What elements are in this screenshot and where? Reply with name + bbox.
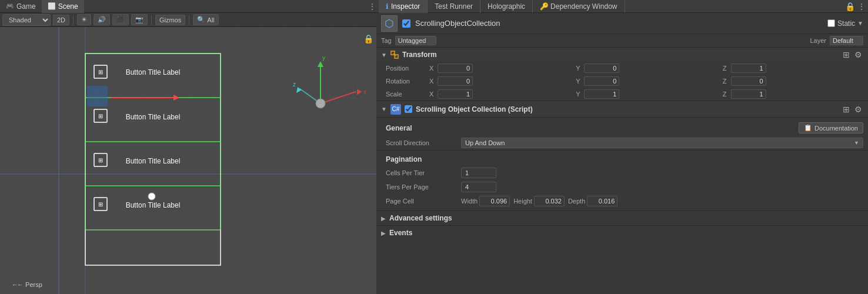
- events-row[interactable]: ▶ Events: [376, 225, 868, 240]
- cells-per-tier-row: Cells Per Tier: [376, 166, 868, 180]
- position-y-input[interactable]: [584, 64, 619, 73]
- rotation-z-input[interactable]: [731, 76, 766, 86]
- object-active-checkbox[interactable]: [402, 19, 410, 28]
- more-tab-icon[interactable]: ⋮: [857, 2, 866, 11]
- advanced-collapse-arrow: ▶: [381, 215, 386, 222]
- transform-snap-btn[interactable]: ⊞: [842, 50, 851, 59]
- pagination-label: Pagination: [386, 155, 422, 163]
- audio-button[interactable]: 🔊: [94, 14, 110, 25]
- rotation-y-input[interactable]: [584, 76, 619, 86]
- doc-icon: 📋: [804, 124, 812, 132]
- position-inputs: X Y Z: [429, 64, 866, 73]
- scale-y-axis: Y: [576, 91, 583, 98]
- svg-text:x: x: [363, 89, 366, 95]
- cells-per-tier-label: Cells Per Tier: [386, 169, 456, 176]
- position-z-input[interactable]: [731, 64, 766, 73]
- page-cell-depth-item: Depth: [568, 196, 617, 206]
- left-panel: 🎮 Game ⬜ Scene ⋮ Shaded 2D ☀ 🔊 ⬛ 📷: [0, 0, 376, 294]
- svg-text:Button Title Label: Button Title Label: [126, 68, 181, 76]
- transform-collapse-arrow: ▼: [381, 52, 387, 58]
- transform-section: ▼ Transform ⊞ ⚙ Position: [376, 48, 868, 101]
- svg-rect-24: [85, 230, 221, 265]
- position-x-axis: X: [429, 65, 436, 72]
- position-x-input[interactable]: [438, 64, 473, 73]
- search-input-btn[interactable]: 🔍 All: [193, 14, 218, 25]
- scale-x-input[interactable]: [438, 89, 473, 99]
- camera-icon: 📷: [135, 16, 143, 24]
- script-actions: ⊞ ⚙: [842, 105, 863, 114]
- tab-holographic[interactable]: Holographic: [480, 0, 533, 13]
- static-dropdown-arrow[interactable]: ▼: [857, 20, 863, 26]
- scale-z-field: Z: [723, 89, 866, 99]
- scene-bg: ⊞ ⊞ ⊞ ⊞ Button Title Label Button Title …: [0, 27, 376, 294]
- gizmos-button[interactable]: Gizmos: [155, 15, 185, 25]
- script-snap-btn[interactable]: ⊞: [842, 105, 851, 114]
- rotation-y-field: Y: [576, 76, 719, 86]
- transform-more-btn[interactable]: ⚙: [853, 50, 863, 59]
- fx-button[interactable]: ⬛: [112, 14, 129, 25]
- script-active-checkbox[interactable]: [405, 105, 412, 113]
- page-cell-width-label: Width: [461, 198, 478, 205]
- 2d-button[interactable]: 2D: [53, 15, 69, 25]
- tab-test-runner[interactable]: Test Runner: [428, 0, 480, 13]
- inspector-scroll-area[interactable]: ⬡ ScrollingObjectCollection Static ▼ Tag…: [376, 13, 868, 294]
- rotation-x-axis: X: [429, 78, 436, 85]
- page-cell-width-input[interactable]: [479, 196, 510, 206]
- scene-view-button[interactable]: 📷: [131, 14, 148, 25]
- events-label: Events: [389, 229, 412, 237]
- page-cell-depth-label: Depth: [568, 198, 585, 205]
- position-y-axis: Y: [576, 65, 583, 72]
- layer-select[interactable]: Default: [830, 36, 863, 45]
- scale-z-axis: Z: [723, 91, 730, 98]
- maximize-button[interactable]: ⋮: [368, 2, 376, 11]
- advanced-settings-row[interactable]: ▶ Advanced settings: [376, 211, 868, 225]
- static-label: Static: [837, 19, 855, 28]
- svg-marker-26: [318, 61, 323, 67]
- right-panel: ℹ Inspector Test Runner Holographic 🔑 De…: [376, 0, 868, 294]
- cells-per-tier-input[interactable]: [461, 168, 496, 178]
- script-section-header[interactable]: ▼ C# Scrolling Object Collection (Script…: [376, 101, 868, 118]
- tiers-per-page-input[interactable]: [461, 182, 496, 192]
- position-row: Position X Y Z: [376, 62, 868, 75]
- page-cell-height-input[interactable]: [534, 196, 565, 206]
- svg-line-31: [321, 92, 356, 103]
- pagination-header: Pagination: [376, 153, 868, 166]
- static-checkbox[interactable]: [827, 19, 835, 27]
- lock-tab-icon[interactable]: 🔒: [845, 2, 855, 11]
- script-type-icon: C#: [392, 106, 400, 112]
- object-name: ScrollingObjectCollection: [415, 19, 823, 28]
- persp-text: ← Persp: [17, 281, 42, 288]
- script-more-btn[interactable]: ⚙: [853, 105, 863, 114]
- lighting-button[interactable]: ☀: [77, 14, 91, 25]
- page-cell-depth-input[interactable]: [587, 196, 617, 206]
- advanced-settings-label: Advanced settings: [389, 214, 452, 222]
- perspective-label: ← ← Persp: [12, 281, 42, 288]
- fx-icon: ⬛: [116, 16, 125, 24]
- scroll-direction-dropdown[interactable]: Up And Down ▼: [461, 138, 863, 148]
- scale-y-input[interactable]: [584, 89, 619, 99]
- transform-actions: ⊞ ⚙: [842, 50, 863, 59]
- tab-game[interactable]: 🎮 Game: [0, 0, 42, 13]
- scale-z-input[interactable]: [731, 89, 766, 99]
- shaded-dropdown[interactable]: Shaded: [2, 14, 51, 26]
- scene-viewport[interactable]: ⊞ ⊞ ⊞ ⊞ Button Title Label Button Title …: [0, 27, 376, 294]
- position-z-axis: Z: [723, 65, 730, 72]
- tab-scene[interactable]: ⬜ Scene: [42, 0, 84, 13]
- documentation-button[interactable]: 📋 Documentation: [799, 122, 863, 133]
- general-header: General 📋 Documentation: [376, 120, 868, 136]
- svg-text:⊞: ⊞: [98, 201, 103, 208]
- rotation-z-axis: Z: [723, 78, 730, 85]
- svg-point-34: [316, 99, 325, 108]
- general-label: General: [386, 124, 412, 132]
- dropdown-chevron: ▼: [854, 140, 859, 146]
- svg-point-11: [148, 193, 155, 200]
- rotation-x-input[interactable]: [438, 76, 473, 86]
- transform-section-header[interactable]: ▼ Transform ⊞ ⚙: [376, 48, 868, 62]
- svg-text:Button Title Label: Button Title Label: [126, 201, 181, 209]
- scale-x-field: X: [429, 89, 572, 99]
- tab-dependency-window[interactable]: 🔑 Dependency Window: [533, 0, 625, 13]
- svg-rect-10: [87, 86, 108, 106]
- tag-select[interactable]: Untagged: [395, 36, 436, 45]
- tab-inspector[interactable]: ℹ Inspector: [379, 0, 428, 13]
- scene-lines-svg: ⊞ ⊞ ⊞ ⊞ Button Title Label Button Title …: [0, 27, 376, 294]
